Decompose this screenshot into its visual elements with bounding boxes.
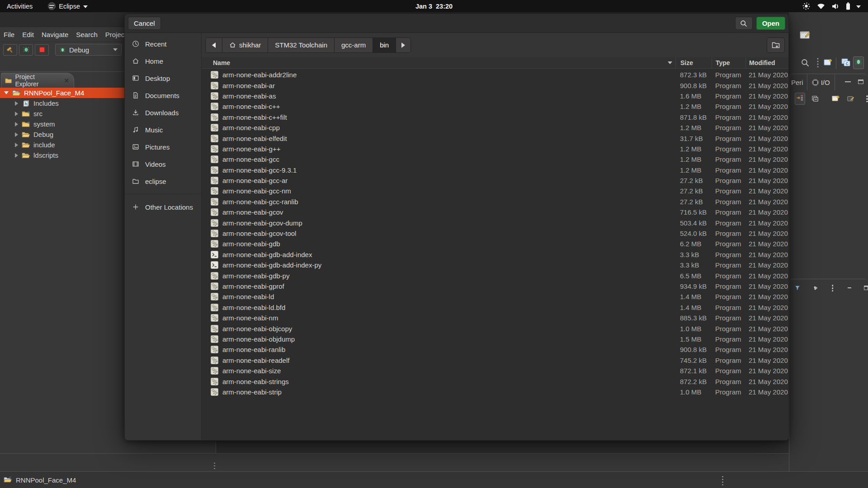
menu-item[interactable]: Edit xyxy=(22,31,34,38)
file-row[interactable]: arm-none-eabi-gprof 934.9 kB Program 21 … xyxy=(202,281,788,291)
cancel-button[interactable]: Cancel xyxy=(128,17,161,30)
file-row[interactable]: arm-none-eabi-ld.bfd 1.4 MB Program 21 M… xyxy=(202,302,788,313)
file-row[interactable]: arm-none-eabi-gcov-tool 524.0 kB Program… xyxy=(202,228,788,239)
file-row[interactable]: arm-none-eabi-gdb-py 6.5 MB Program 21 M… xyxy=(202,270,788,281)
breadcrumb-segment[interactable]: bin xyxy=(373,38,396,52)
expander-icon[interactable] xyxy=(15,132,18,137)
file-row[interactable]: arm-none-eabi-ranlib 900.8 kB Program 21… xyxy=(202,344,788,355)
column-size[interactable]: Size xyxy=(675,57,712,68)
expander-icon[interactable] xyxy=(15,153,18,158)
breadcrumb-segment[interactable]: gcc-arm xyxy=(335,38,373,52)
file-row[interactable]: arm-none-eabi-nm 885.3 kB Program 21 May… xyxy=(202,313,788,323)
file-row[interactable]: arm-none-eabi-g++ 1.2 MB Program 21 May … xyxy=(202,144,788,154)
breadcrumb-segment[interactable]: STM32 Toolchain xyxy=(268,38,334,52)
file-row[interactable]: arm-none-eabi-gcc-ranlib 27.2 kB Program… xyxy=(202,197,788,207)
dialog-content: shikhar STM32 Toolchain gcc- xyxy=(202,33,788,440)
new-folder-button[interactable] xyxy=(767,38,785,53)
file-row[interactable]: arm-none-eabi-addr2line 872.3 kB Program… xyxy=(202,70,788,80)
group-by-icon[interactable] xyxy=(813,284,818,292)
sash-handle[interactable] xyxy=(213,462,216,471)
sidebar-other-locations[interactable]: Other Locations xyxy=(125,198,201,216)
file-row[interactable]: arm-none-eabi-objdump 1.5 MB Program 21 … xyxy=(202,334,788,344)
c-perspective-icon[interactable]: C xyxy=(840,57,851,67)
breadcrumb-segment[interactable]: shikhar xyxy=(222,38,268,52)
debug-perspective-button[interactable] xyxy=(853,56,864,69)
filter-funnel-icon[interactable] xyxy=(795,284,800,292)
column-name[interactable]: Name xyxy=(202,57,675,68)
file-row[interactable]: arm-none-eabi-elfedit 31.7 kB Program 21… xyxy=(202,133,788,143)
file-row[interactable]: arm-none-eabi-gdb 6.2 MB Program 21 May … xyxy=(202,239,788,249)
file-row[interactable]: arm-none-eabi-gcov-dump 503.4 kB Program… xyxy=(202,217,788,228)
file-row[interactable]: arm-none-eabi-c++ 1.2 MB Program 21 May … xyxy=(202,101,788,112)
sidebar-place[interactable]: Recent xyxy=(125,35,201,52)
sidebar-place[interactable]: Pictures xyxy=(125,138,201,155)
new-window-icon[interactable] xyxy=(823,57,833,67)
launch-config-combo[interactable]: Debug xyxy=(55,44,122,56)
expander-icon[interactable] xyxy=(15,122,18,127)
column-type[interactable]: Type xyxy=(712,57,745,68)
link-with-editor-button[interactable] xyxy=(795,93,805,105)
minimize-panel-icon[interactable] xyxy=(845,81,851,82)
expander-icon[interactable] xyxy=(4,91,9,94)
tab-peripherals[interactable]: Peri xyxy=(789,79,803,86)
kebab-menu-icon[interactable] xyxy=(832,284,833,291)
clock[interactable]: Jan 3 23:20 xyxy=(0,3,868,10)
file-row[interactable]: arm-none-eabi-gdb-add-index-py 3.3 kB Pr… xyxy=(202,260,788,270)
file-row[interactable]: arm-none-eabi-gcov 716.5 kB Program 21 M… xyxy=(202,207,788,217)
file-row[interactable]: arm-none-eabi-readelf 745.2 kB Program 2… xyxy=(202,355,788,366)
sidebar-place[interactable]: Videos xyxy=(125,155,201,173)
edit-window-icon[interactable] xyxy=(799,29,811,40)
debug-button[interactable] xyxy=(19,44,33,56)
close-tab-icon[interactable]: ✕ xyxy=(64,77,69,84)
tab-project-explorer[interactable]: Project Explorer ✕ xyxy=(1,73,74,88)
file-row[interactable]: arm-none-eabi-as 1.6 MB Program 21 May 2… xyxy=(202,91,788,101)
sidebar-place[interactable]: eclipse xyxy=(125,173,201,190)
file-row[interactable]: arm-none-eabi-strings 872.2 kB Program 2… xyxy=(202,376,788,386)
build-hammer-button[interactable] xyxy=(3,44,17,56)
edit-view-icon[interactable] xyxy=(847,94,855,103)
search-button[interactable] xyxy=(735,17,753,30)
menu-item[interactable]: Search xyxy=(76,31,98,38)
sidebar-place[interactable]: Downloads xyxy=(125,104,201,121)
file-row[interactable]: arm-none-eabi-cpp 1.2 MB Program 21 May … xyxy=(202,122,788,133)
maximize-panel-icon[interactable] xyxy=(864,286,868,290)
menu-item[interactable]: Project xyxy=(105,31,127,38)
search-icon[interactable] xyxy=(801,58,810,67)
stop-button[interactable] xyxy=(35,44,49,56)
file-row[interactable]: arm-none-eabi-gcc-ar 27.2 kB Program 21 … xyxy=(202,175,788,186)
collapse-all-icon[interactable] xyxy=(811,95,819,103)
back-button[interactable] xyxy=(206,38,222,52)
file-row[interactable]: arm-none-eabi-ld 1.4 MB Program 21 May 2… xyxy=(202,291,788,302)
sidebar-place[interactable]: Home xyxy=(125,52,201,70)
file-row[interactable]: arm-none-eabi-strip 1.0 MB Program 21 Ma… xyxy=(202,387,788,397)
sidebar-place[interactable]: Documents xyxy=(125,87,201,104)
open-button[interactable]: Open xyxy=(756,17,785,30)
tab-io[interactable]: I/O xyxy=(807,74,835,90)
folder-c-icon: C xyxy=(22,121,30,128)
new-view-icon[interactable] xyxy=(831,94,840,103)
file-size: 934.9 kB xyxy=(675,282,712,290)
expander-icon[interactable] xyxy=(15,101,18,106)
file-row[interactable]: arm-none-eabi-gcc 1.2 MB Program 21 May … xyxy=(202,154,788,164)
file-row[interactable]: arm-none-eabi-ar 900.8 kB Program 21 May… xyxy=(202,80,788,90)
file-size: 900.8 kB xyxy=(675,346,712,353)
minimize-panel-icon[interactable] xyxy=(848,287,852,288)
maximize-panel-icon[interactable] xyxy=(858,80,863,84)
sidebar-place[interactable]: Music xyxy=(125,121,201,138)
kebab-menu-icon[interactable] xyxy=(866,95,868,102)
file-row[interactable]: arm-none-eabi-c++filt 871.8 kB Program 2… xyxy=(202,112,788,122)
sidebar-place[interactable]: Desktop xyxy=(125,70,201,87)
statusbar-drag-handle[interactable] xyxy=(722,475,724,485)
menu-item[interactable]: File xyxy=(4,31,14,38)
menu-item[interactable]: Navigate xyxy=(42,31,68,38)
expander-icon[interactable] xyxy=(15,143,18,147)
file-name: arm-none-eabi-cpp xyxy=(222,124,675,131)
column-modified[interactable]: Modified xyxy=(745,57,788,68)
file-row[interactable]: arm-none-eabi-size 872.1 kB Program 21 M… xyxy=(202,366,788,376)
forward-button[interactable] xyxy=(396,38,410,52)
file-row[interactable]: arm-none-eabi-gdb-add-index 3.3 kB Progr… xyxy=(202,249,788,260)
file-row[interactable]: arm-none-eabi-gcc-9.3.1 1.2 MB Program 2… xyxy=(202,165,788,175)
expander-icon[interactable] xyxy=(15,112,18,116)
file-row[interactable]: arm-none-eabi-objcopy 1.0 MB Program 21 … xyxy=(202,323,788,333)
file-row[interactable]: arm-none-eabi-gcc-nm 27.2 kB Program 21 … xyxy=(202,186,788,196)
